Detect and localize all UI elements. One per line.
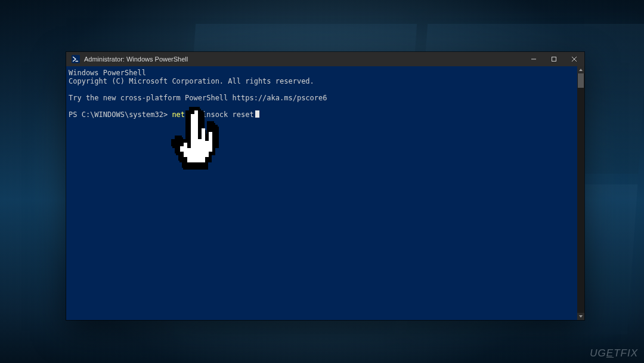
powershell-window: Administrator: Windows PowerShell Window…	[66, 52, 584, 320]
watermark-text: UGETFIX	[590, 347, 638, 359]
powershell-icon	[71, 54, 80, 64]
console-line: Try the new cross-platform PowerShell ht…	[69, 94, 327, 102]
titlebar[interactable]: Administrator: Windows PowerShell	[66, 52, 584, 66]
scroll-thumb[interactable]	[578, 73, 584, 88]
svg-rect-3	[552, 57, 556, 61]
maximize-button[interactable]	[544, 52, 564, 66]
scroll-track[interactable]	[577, 73, 584, 313]
close-button[interactable]	[564, 52, 584, 66]
window-title: Administrator: Windows PowerShell	[84, 56, 188, 63]
scroll-down-button[interactable]	[577, 313, 584, 320]
vertical-scrollbar[interactable]	[577, 66, 584, 320]
text-cursor	[255, 110, 259, 118]
minimize-button[interactable]	[524, 52, 544, 66]
console-line: Copyright (C) Microsoft Corporation. All…	[69, 77, 314, 85]
console-prompt: PS C:\WINDOWS\system32>	[69, 110, 172, 119]
console-line: Windows PowerShell	[69, 69, 146, 77]
console-output[interactable]: Windows PowerShell Copyright (C) Microso…	[66, 66, 577, 320]
scroll-up-button[interactable]	[577, 66, 584, 73]
hand-cursor-icon	[169, 105, 227, 177]
desktop-background: Administrator: Windows PowerShell Window…	[0, 0, 644, 363]
